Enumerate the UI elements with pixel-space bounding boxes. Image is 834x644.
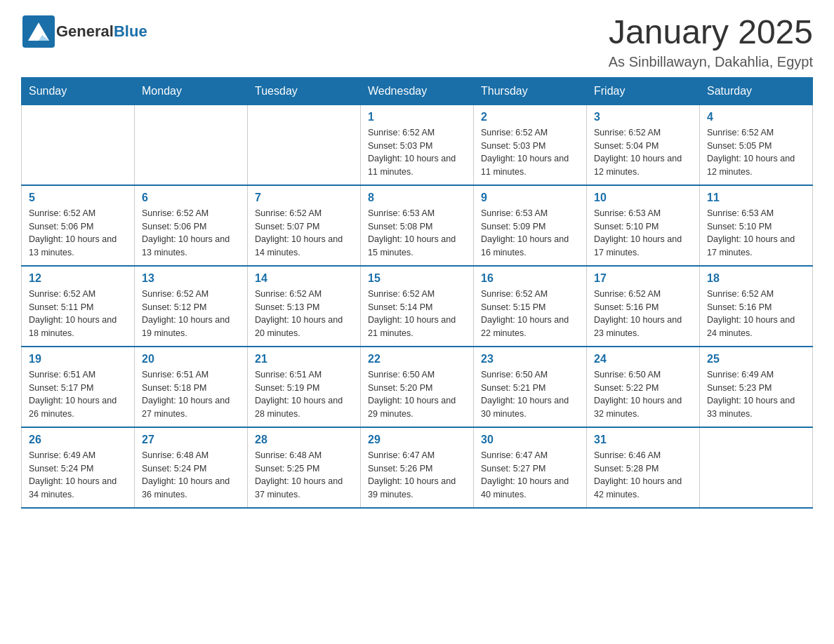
calendar-cell: 7Sunrise: 6:52 AMSunset: 5:07 PMDaylight… — [248, 185, 361, 266]
day-number: 24 — [594, 353, 692, 365]
day-info: Sunrise: 6:51 AMSunset: 5:17 PMDaylight:… — [29, 368, 127, 421]
calendar-cell: 30Sunrise: 6:47 AMSunset: 5:27 PMDayligh… — [474, 427, 587, 508]
header-day-saturday: Saturday — [700, 77, 813, 105]
day-info: Sunrise: 6:47 AMSunset: 5:26 PMDaylight:… — [368, 449, 466, 502]
day-number: 7 — [255, 192, 353, 204]
calendar-cell: 13Sunrise: 6:52 AMSunset: 5:12 PMDayligh… — [135, 266, 248, 347]
day-info: Sunrise: 6:51 AMSunset: 5:18 PMDaylight:… — [142, 368, 240, 421]
day-number: 17 — [594, 272, 692, 285]
day-number: 20 — [142, 353, 240, 365]
calendar-cell: 28Sunrise: 6:48 AMSunset: 5:25 PMDayligh… — [248, 427, 361, 508]
calendar-cell: 15Sunrise: 6:52 AMSunset: 5:14 PMDayligh… — [361, 266, 474, 347]
day-number: 13 — [142, 272, 240, 285]
week-row-1: 1Sunrise: 6:52 AMSunset: 5:03 PMDaylight… — [22, 105, 813, 185]
day-number: 18 — [707, 272, 805, 285]
calendar-header: SundayMondayTuesdayWednesdayThursdayFrid… — [22, 77, 813, 105]
day-info: Sunrise: 6:51 AMSunset: 5:19 PMDaylight:… — [255, 368, 353, 421]
title-block: January 2025 As Sinbillawayn, Dakahlia, … — [609, 14, 813, 70]
calendar-cell: 5Sunrise: 6:52 AMSunset: 5:06 PMDaylight… — [22, 185, 135, 266]
calendar-body: 1Sunrise: 6:52 AMSunset: 5:03 PMDaylight… — [22, 105, 813, 508]
day-number: 4 — [707, 111, 805, 123]
calendar-cell: 26Sunrise: 6:49 AMSunset: 5:24 PMDayligh… — [22, 427, 135, 508]
calendar-cell: 12Sunrise: 6:52 AMSunset: 5:11 PMDayligh… — [22, 266, 135, 347]
calendar-cell: 1Sunrise: 6:52 AMSunset: 5:03 PMDaylight… — [361, 105, 474, 185]
day-info: Sunrise: 6:48 AMSunset: 5:24 PMDaylight:… — [142, 449, 240, 502]
calendar-cell: 29Sunrise: 6:47 AMSunset: 5:26 PMDayligh… — [361, 427, 474, 508]
calendar-cell: 17Sunrise: 6:52 AMSunset: 5:16 PMDayligh… — [587, 266, 700, 347]
day-info: Sunrise: 6:52 AMSunset: 5:05 PMDaylight:… — [707, 126, 805, 179]
week-row-4: 19Sunrise: 6:51 AMSunset: 5:17 PMDayligh… — [22, 347, 813, 427]
calendar-cell — [700, 427, 813, 508]
day-number: 2 — [481, 111, 579, 123]
day-info: Sunrise: 6:53 AMSunset: 5:10 PMDaylight:… — [594, 207, 692, 260]
calendar-cell — [248, 105, 361, 185]
day-number: 25 — [707, 353, 805, 365]
logo-icon — [21, 14, 56, 49]
header-day-thursday: Thursday — [474, 77, 587, 105]
day-number: 14 — [255, 272, 353, 285]
day-info: Sunrise: 6:52 AMSunset: 5:12 PMDaylight:… — [142, 288, 240, 340]
day-number: 31 — [594, 434, 692, 446]
calendar-cell: 21Sunrise: 6:51 AMSunset: 5:19 PMDayligh… — [248, 347, 361, 427]
day-info: Sunrise: 6:52 AMSunset: 5:03 PMDaylight:… — [368, 126, 466, 179]
day-number: 19 — [29, 353, 127, 365]
day-info: Sunrise: 6:53 AMSunset: 5:08 PMDaylight:… — [368, 207, 466, 260]
week-row-2: 5Sunrise: 6:52 AMSunset: 5:06 PMDaylight… — [22, 185, 813, 266]
day-number: 22 — [368, 353, 466, 365]
header-day-monday: Monday — [135, 77, 248, 105]
calendar-cell: 31Sunrise: 6:46 AMSunset: 5:28 PMDayligh… — [587, 427, 700, 508]
calendar-cell: 8Sunrise: 6:53 AMSunset: 5:08 PMDaylight… — [361, 185, 474, 266]
calendar-cell: 19Sunrise: 6:51 AMSunset: 5:17 PMDayligh… — [22, 347, 135, 427]
day-info: Sunrise: 6:52 AMSunset: 5:04 PMDaylight:… — [594, 126, 692, 179]
day-info: Sunrise: 6:49 AMSunset: 5:23 PMDaylight:… — [707, 368, 805, 421]
calendar-table: SundayMondayTuesdayWednesdayThursdayFrid… — [21, 77, 813, 509]
calendar-cell: 6Sunrise: 6:52 AMSunset: 5:06 PMDaylight… — [135, 185, 248, 266]
day-info: Sunrise: 6:48 AMSunset: 5:25 PMDaylight:… — [255, 449, 353, 502]
day-number: 28 — [255, 434, 353, 446]
day-info: Sunrise: 6:52 AMSunset: 5:11 PMDaylight:… — [29, 288, 127, 340]
day-info: Sunrise: 6:52 AMSunset: 5:16 PMDaylight:… — [594, 288, 692, 340]
calendar-cell: 9Sunrise: 6:53 AMSunset: 5:09 PMDaylight… — [474, 185, 587, 266]
day-info: Sunrise: 6:52 AMSunset: 5:14 PMDaylight:… — [368, 288, 466, 340]
week-row-3: 12Sunrise: 6:52 AMSunset: 5:11 PMDayligh… — [22, 266, 813, 347]
calendar-subtitle: As Sinbillawayn, Dakahlia, Egypt — [609, 54, 813, 70]
day-info: Sunrise: 6:52 AMSunset: 5:13 PMDaylight:… — [255, 288, 353, 340]
calendar-cell: 25Sunrise: 6:49 AMSunset: 5:23 PMDayligh… — [700, 347, 813, 427]
calendar-title: January 2025 — [609, 14, 813, 51]
day-number: 15 — [368, 272, 466, 285]
calendar-cell: 18Sunrise: 6:52 AMSunset: 5:16 PMDayligh… — [700, 266, 813, 347]
header-row: SundayMondayTuesdayWednesdayThursdayFrid… — [22, 77, 813, 105]
day-info: Sunrise: 6:50 AMSunset: 5:22 PMDaylight:… — [594, 368, 692, 421]
day-info: Sunrise: 6:52 AMSunset: 5:06 PMDaylight:… — [142, 207, 240, 260]
day-info: Sunrise: 6:47 AMSunset: 5:27 PMDaylight:… — [481, 449, 579, 502]
day-info: Sunrise: 6:46 AMSunset: 5:28 PMDaylight:… — [594, 449, 692, 502]
calendar-cell: 10Sunrise: 6:53 AMSunset: 5:10 PMDayligh… — [587, 185, 700, 266]
calendar-cell: 14Sunrise: 6:52 AMSunset: 5:13 PMDayligh… — [248, 266, 361, 347]
week-row-5: 26Sunrise: 6:49 AMSunset: 5:24 PMDayligh… — [22, 427, 813, 508]
calendar-cell: 3Sunrise: 6:52 AMSunset: 5:04 PMDaylight… — [587, 105, 700, 185]
logo-blue-text: Blue — [114, 22, 147, 40]
day-number: 29 — [368, 434, 466, 446]
page-header: GeneralBlue January 2025 As Sinbillawayn… — [21, 14, 813, 70]
day-number: 8 — [368, 192, 466, 204]
day-number: 30 — [481, 434, 579, 446]
day-info: Sunrise: 6:52 AMSunset: 5:16 PMDaylight:… — [707, 288, 805, 340]
logo-general-text: General — [56, 22, 114, 40]
calendar-cell: 27Sunrise: 6:48 AMSunset: 5:24 PMDayligh… — [135, 427, 248, 508]
logo: GeneralBlue — [21, 14, 147, 49]
calendar-cell: 22Sunrise: 6:50 AMSunset: 5:20 PMDayligh… — [361, 347, 474, 427]
day-number: 21 — [255, 353, 353, 365]
day-number: 1 — [368, 111, 466, 123]
calendar-cell: 24Sunrise: 6:50 AMSunset: 5:22 PMDayligh… — [587, 347, 700, 427]
day-number: 6 — [142, 192, 240, 204]
day-number: 12 — [29, 272, 127, 285]
header-day-wednesday: Wednesday — [361, 77, 474, 105]
calendar-cell: 20Sunrise: 6:51 AMSunset: 5:18 PMDayligh… — [135, 347, 248, 427]
calendar-cell: 16Sunrise: 6:52 AMSunset: 5:15 PMDayligh… — [474, 266, 587, 347]
day-number: 10 — [594, 192, 692, 204]
calendar-cell — [135, 105, 248, 185]
day-number: 16 — [481, 272, 579, 285]
day-info: Sunrise: 6:52 AMSunset: 5:15 PMDaylight:… — [481, 288, 579, 340]
day-number: 11 — [707, 192, 805, 204]
calendar-cell: 11Sunrise: 6:53 AMSunset: 5:10 PMDayligh… — [700, 185, 813, 266]
